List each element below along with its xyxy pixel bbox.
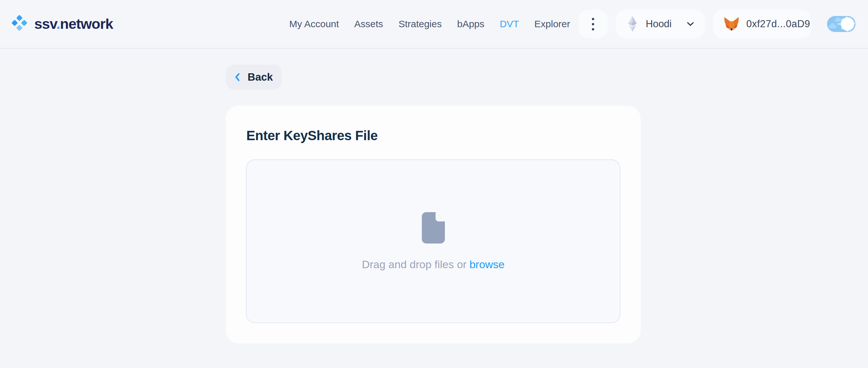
back-button[interactable]: Back [226, 65, 282, 90]
nav-item-assets[interactable]: Assets [354, 19, 383, 29]
dropzone-prefix: Drag and drop files or [362, 258, 467, 270]
cloud-icon [835, 19, 841, 22]
ssv-diamonds-logo-icon [11, 14, 29, 34]
network-selector[interactable]: Hoodi [616, 10, 705, 38]
cloud-icon [829, 25, 837, 29]
logo-wordmark: ssv.network [34, 16, 113, 32]
sun-toggle-knob [841, 17, 854, 31]
back-button-label: Back [248, 71, 273, 83]
chevron-down-icon [687, 22, 694, 26]
file-icon [422, 212, 445, 243]
wallet-address-button[interactable]: 0xf27d...0aD9 [713, 10, 811, 38]
file-dropzone[interactable]: Drag and drop files orbrowse [246, 159, 620, 323]
page-title: Enter KeyShares File [246, 128, 378, 143]
browse-link[interactable]: browse [470, 258, 505, 270]
metamask-fox-icon [724, 17, 739, 31]
kebab-menu-icon [592, 18, 594, 20]
main-nav: My Account Assets Strategies bApps DVT E… [289, 19, 570, 29]
theme-toggle[interactable] [827, 16, 856, 32]
more-menu-button[interactable] [579, 10, 608, 38]
nav-item-my-account[interactable]: My Account [289, 19, 339, 29]
ethereum-icon [627, 16, 638, 32]
dropzone-text: Drag and drop files orbrowse [362, 258, 505, 271]
ssv-network-logo[interactable]: ssv.network [11, 14, 113, 34]
chevron-left-icon [235, 73, 240, 81]
nav-item-bapps[interactable]: bApps [457, 19, 484, 29]
nav-item-dvt[interactable]: DVT [500, 19, 519, 29]
nav-item-strategies[interactable]: Strategies [398, 19, 442, 29]
keyshares-card: Enter KeyShares File Drag and drop files… [226, 106, 641, 343]
nav-item-explorer[interactable]: Explorer [534, 19, 570, 29]
app-header: ssv.network My Account Assets Strategies… [0, 0, 868, 48]
network-name: Hoodi [646, 18, 672, 30]
wallet-address: 0xf27d...0aD9 [746, 18, 810, 30]
